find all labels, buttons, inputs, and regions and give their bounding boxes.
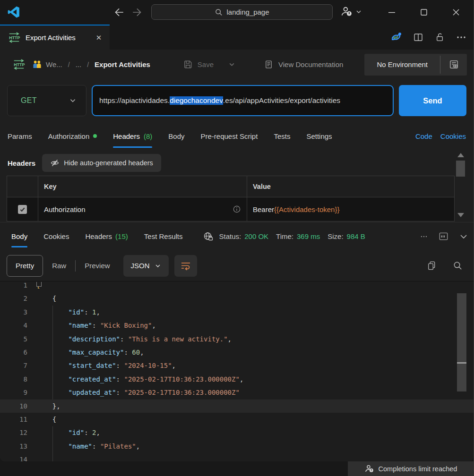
cell-value[interactable]: Bearer {{Actividades-token}} bbox=[247, 197, 454, 221]
tab-close-icon[interactable]: ✕ bbox=[94, 33, 104, 43]
maximize-button[interactable] bbox=[414, 4, 434, 21]
request-tab-tests[interactable]: Tests bbox=[274, 122, 290, 150]
code-line[interactable]: 10 }, bbox=[0, 400, 474, 413]
view-mode-raw[interactable]: Raw bbox=[52, 262, 66, 270]
table-scrollbar[interactable] bbox=[455, 151, 466, 221]
unlock-icon[interactable] bbox=[434, 32, 445, 42]
response-tab-body[interactable]: Body bbox=[11, 222, 27, 250]
url-input[interactable]: https://apiactividades.diegochacondev.es… bbox=[92, 85, 394, 116]
close-window-button[interactable] bbox=[446, 4, 466, 21]
cell-key[interactable]: Authorization bbox=[38, 197, 247, 221]
url-selected-text: diegochacondev bbox=[170, 96, 223, 105]
send-button[interactable]: Send bbox=[399, 85, 466, 116]
environment-group: No Environment bbox=[364, 54, 467, 76]
scrollbar-thumb[interactable] bbox=[456, 161, 465, 177]
line-content: { bbox=[32, 413, 56, 426]
row-enabled-checkbox[interactable] bbox=[18, 205, 27, 214]
accounts-warning-icon bbox=[364, 464, 375, 474]
code-token: : bbox=[84, 308, 92, 316]
method-select[interactable]: GET bbox=[7, 85, 86, 116]
request-tab-body[interactable]: Body bbox=[168, 122, 184, 150]
open-in-panel-icon[interactable] bbox=[438, 231, 449, 242]
code-line[interactable]: 2 { bbox=[0, 292, 474, 305]
code-line[interactable]: 12 "id": 2, bbox=[0, 426, 474, 439]
code-token: , bbox=[240, 375, 243, 383]
link-cookies[interactable]: Cookies bbox=[440, 132, 466, 140]
code-line[interactable]: 4 "name": "Kick Boxing", bbox=[0, 319, 474, 332]
chevron-down-icon bbox=[355, 8, 362, 15]
scroll-down-icon[interactable] bbox=[457, 213, 464, 217]
collapse-response-icon[interactable] bbox=[458, 231, 469, 242]
request-tab-authorization[interactable]: Authorization bbox=[48, 122, 97, 150]
copy-icon[interactable] bbox=[426, 260, 437, 271]
response-tab-cookies[interactable]: Cookies bbox=[43, 222, 69, 250]
word-wrap-button[interactable] bbox=[174, 255, 197, 277]
breadcrumb-ellipsis[interactable]: ... bbox=[76, 60, 82, 68]
request-tab-pre-request-script[interactable]: Pre-request Script bbox=[201, 122, 258, 150]
forward-arrow-icon[interactable] bbox=[130, 6, 145, 18]
more-options-icon[interactable] bbox=[419, 232, 429, 241]
response-tab-test-results[interactable]: Test Results bbox=[144, 222, 183, 250]
cell-checkbox bbox=[7, 197, 38, 221]
breadcrumb-separator: / bbox=[87, 61, 89, 68]
search-response-icon[interactable] bbox=[452, 260, 463, 271]
split-editor-icon[interactable] bbox=[413, 32, 424, 43]
code-line[interactable]: 3 "id": 1, bbox=[0, 306, 474, 319]
tab-export-activities[interactable]: HTTP Export Activities ✕ bbox=[0, 25, 110, 50]
accounts-menu[interactable] bbox=[340, 5, 362, 18]
code-line[interactable]: 13 "name": "Pilates", bbox=[0, 440, 474, 453]
view-mode-preview[interactable]: Preview bbox=[85, 262, 110, 270]
code-line[interactable]: 8 "created_at": "2025-02-17T10:36:23.000… bbox=[0, 373, 474, 386]
code-token: : bbox=[120, 335, 128, 343]
response-tab-headers[interactable]: Headers(15) bbox=[85, 222, 128, 250]
url-suffix: .es/api/appActivities/export/activities bbox=[223, 96, 340, 105]
back-arrow-icon[interactable] bbox=[112, 6, 126, 18]
save-dropdown-icon[interactable] bbox=[228, 61, 235, 68]
line-content: "name": "Kick Boxing", bbox=[32, 319, 156, 332]
command-center-search[interactable]: landing_page bbox=[151, 4, 333, 20]
code-token: : bbox=[116, 375, 124, 383]
code-line[interactable]: 7 "start_date": "2024-10-15", bbox=[0, 359, 474, 372]
tab-label: Body bbox=[168, 132, 184, 140]
line-number: 1 bbox=[0, 281, 32, 292]
request-tab-settings[interactable]: Settings bbox=[306, 122, 332, 150]
editor-scrollbar[interactable] bbox=[457, 281, 466, 461]
request-tab-headers[interactable]: Headers(8) bbox=[113, 122, 152, 150]
format-select[interactable]: JSON bbox=[123, 255, 169, 277]
breadcrumb-collection[interactable]: We... bbox=[46, 60, 62, 68]
code-line[interactable]: 6 "max_capacity": 60, bbox=[0, 346, 474, 359]
more-actions-icon[interactable] bbox=[456, 32, 467, 43]
fold-marker-icon[interactable] bbox=[36, 282, 42, 287]
editor-scrollbar-thumb[interactable] bbox=[457, 293, 466, 391]
code-line[interactable]: 9 "updated_at": "2025-02-17T10:36:23.000… bbox=[0, 386, 474, 399]
line-content: "id": 1, bbox=[32, 306, 100, 319]
thunder-client-panel: HTTP We... / ... / Export Activities Sav… bbox=[0, 50, 474, 461]
request-tab-params[interactable]: Params bbox=[8, 122, 32, 150]
diff-sync-icon[interactable]: diff bbox=[390, 31, 402, 43]
hide-auto-generated-headers-button[interactable]: Hide auto-generated headers bbox=[42, 154, 161, 172]
info-icon bbox=[233, 205, 241, 213]
link-code[interactable]: Code bbox=[415, 132, 432, 140]
code-token: : bbox=[92, 442, 100, 450]
vscode-logo-icon[interactable] bbox=[8, 6, 20, 18]
response-body-editor[interactable]: 1[2 {3 "id": 1,4 "name": "Kick Boxing",5… bbox=[0, 281, 474, 461]
header-key: Authorization bbox=[44, 205, 86, 213]
scroll-up-icon[interactable] bbox=[457, 153, 464, 157]
code-token: "name" bbox=[68, 442, 92, 450]
minimize-button[interactable] bbox=[382, 4, 402, 21]
view-documentation-button[interactable]: View Documentation bbox=[264, 60, 343, 69]
breadcrumb-request-name: Export Activities bbox=[95, 60, 150, 68]
code-line[interactable]: 1[ bbox=[0, 281, 474, 292]
completions-status[interactable]: Completions limit reached bbox=[348, 461, 474, 476]
code-line[interactable]: 5 "description": "This is a new activity… bbox=[0, 332, 474, 346]
code-line[interactable]: 11 { bbox=[0, 413, 474, 426]
line-number: 12 bbox=[0, 426, 32, 439]
response-view-tabs: PrettyRawPreview bbox=[7, 255, 110, 277]
environment-quick-look-button[interactable] bbox=[440, 54, 467, 76]
view-mode-pretty[interactable]: Pretty bbox=[7, 255, 43, 277]
save-button[interactable]: Save bbox=[182, 59, 235, 70]
environment-selector[interactable]: No Environment bbox=[364, 54, 440, 76]
line-number: 6 bbox=[0, 346, 32, 359]
code-line[interactable]: 14 bbox=[0, 453, 474, 461]
headers-bar: Headers Hide auto-generated headers bbox=[0, 150, 474, 176]
